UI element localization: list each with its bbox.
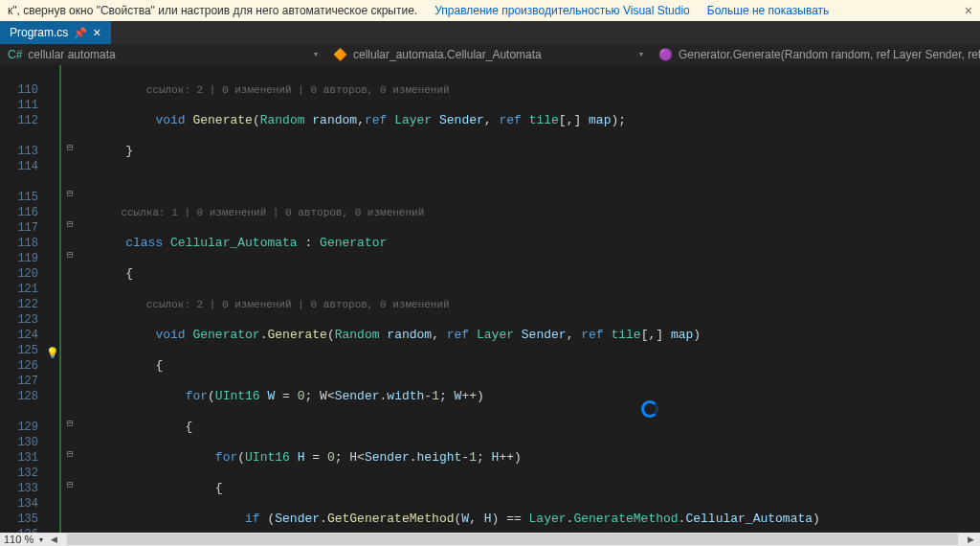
breadcrumb-method[interactable]: 🟣 Generator.Generate(Random random, ref …	[651, 46, 980, 63]
zoom-level[interactable]: 110 %	[4, 534, 33, 545]
loading-spinner-icon	[641, 400, 658, 418]
fold-toggle[interactable]: ⊟	[65, 251, 75, 261]
fold-toggle[interactable]: ⊟	[65, 190, 75, 199]
zoom-dropdown-icon[interactable]: ▾	[39, 535, 43, 544]
fold-toggle[interactable]: ⊟	[65, 420, 75, 429]
scroll-left-icon[interactable]: ◀	[49, 535, 59, 544]
status-bar: 110 % ▾ ◀ ▶	[0, 533, 980, 546]
breadcrumb: C# cellular automata ▾ 🔶 cellular_automa…	[0, 44, 980, 65]
fold-gutter: ⊟ ⊟ ⊟ ⊟ ⊟ ⊟ ⊟	[63, 65, 77, 533]
breadcrumb-class[interactable]: 🔶 cellular_automata.Cellular_Automata ▾	[325, 46, 651, 63]
pin-icon[interactable]: 📌	[74, 27, 87, 39]
chevron-down-icon: ▾	[314, 50, 318, 58]
code-content[interactable]: ссылок: 2 | 0 изменений | 0 авторов, 0 и…	[77, 65, 980, 533]
codelens[interactable]: ссылка: 1 | 0 изменений | 0 авторов, 0 и…	[77, 205, 980, 220]
codelens[interactable]: ссылок: 2 | 0 изменений | 0 авторов, 0 и…	[77, 297, 980, 312]
horizontal-scrollbar[interactable]	[67, 534, 958, 545]
fold-toggle[interactable]: ⊟	[65, 450, 75, 460]
indicator-margin: 💡	[46, 65, 59, 533]
method-icon: 🟣	[658, 48, 673, 61]
tab-program-cs[interactable]: Program.cs 📌 ×	[0, 21, 111, 44]
chevron-down-icon: ▾	[639, 50, 643, 58]
fold-toggle[interactable]: ⊟	[65, 144, 75, 153]
lightbulb-icon[interactable]: 💡	[46, 347, 59, 359]
tab-bar: Program.cs 📌 ×	[0, 21, 980, 44]
close-icon[interactable]: ×	[965, 3, 972, 18]
breadcrumb-project[interactable]: C# cellular automata ▾	[0, 46, 325, 63]
notification-text: к", свернув окно "Свойства" или настроив…	[8, 4, 417, 17]
tab-label: Program.cs	[10, 26, 68, 39]
scroll-right-icon[interactable]: ▶	[966, 535, 976, 544]
codelens[interactable]: ссылок: 2 | 0 изменений | 0 авторов, 0 и…	[77, 82, 980, 98]
class-icon: 🔶	[333, 48, 347, 61]
fold-toggle[interactable]: ⊟	[65, 481, 75, 490]
notification-bar: к", свернув окно "Свойства" или настроив…	[0, 0, 980, 21]
fold-toggle[interactable]: ⊟	[65, 220, 75, 230]
line-number-gutter: 110 111 112 113 114 115 116 117 118 119 …	[0, 65, 46, 533]
csharp-icon: C#	[8, 48, 22, 61]
code-editor[interactable]: 110 111 112 113 114 115 116 117 118 119 …	[0, 65, 980, 533]
dismiss-link[interactable]: Больше не показывать	[707, 4, 830, 17]
close-tab-icon[interactable]: ×	[93, 25, 100, 40]
performance-link[interactable]: Управление производительностью Visual St…	[434, 4, 690, 17]
